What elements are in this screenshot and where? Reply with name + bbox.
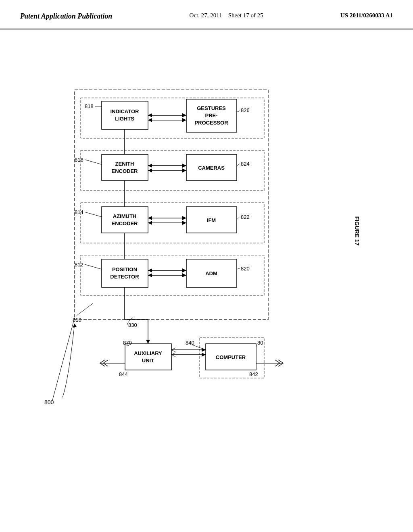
publication-title: Patent Application Publication — [20, 12, 112, 21]
svg-marker-46 — [182, 216, 186, 220]
svg-text:80: 80 — [257, 340, 263, 346]
svg-marker-43 — [148, 168, 152, 172]
svg-text:FIGURE 17: FIGURE 17 — [354, 216, 360, 246]
svg-text:800: 800 — [44, 399, 54, 405]
page-header: Patent Application Publication Oct. 27, … — [0, 0, 413, 29]
svg-text:830: 830 — [128, 322, 137, 328]
svg-marker-63 — [146, 340, 150, 344]
svg-text:PROCESSOR: PROCESSOR — [194, 120, 228, 126]
svg-marker-76 — [73, 324, 77, 328]
svg-rect-22 — [102, 259, 148, 287]
svg-marker-56 — [182, 273, 186, 277]
svg-text:814: 814 — [75, 209, 83, 215]
svg-line-88 — [237, 268, 240, 269]
svg-text:LIGHTS: LIGHTS — [115, 116, 134, 122]
svg-marker-55 — [148, 273, 152, 277]
svg-marker-35 — [148, 113, 152, 117]
svg-text:GESTURES: GESTURES — [197, 105, 226, 111]
svg-text:826: 826 — [241, 107, 250, 113]
svg-text:AUXILIARY: AUXILIARY — [134, 350, 162, 356]
svg-rect-0 — [75, 90, 268, 320]
svg-rect-5 — [102, 101, 148, 129]
svg-line-92 — [237, 164, 240, 166]
patent-number: US 2011/0260033 A1 — [340, 12, 393, 19]
svg-text:ENCODER: ENCODER — [111, 168, 138, 174]
svg-marker-47 — [148, 216, 152, 220]
svg-marker-50 — [182, 221, 186, 225]
svg-text:ZENITH: ZENITH — [115, 161, 134, 167]
svg-text:822: 822 — [241, 214, 250, 220]
svg-text:842: 842 — [249, 371, 258, 377]
svg-marker-37 — [148, 118, 152, 122]
svg-rect-27 — [125, 344, 171, 370]
svg-text:870: 870 — [123, 340, 132, 346]
svg-line-94 — [237, 111, 240, 112]
svg-text:812: 812 — [75, 262, 83, 268]
svg-text:INDICATOR: INDICATOR — [110, 108, 139, 114]
svg-line-84 — [85, 160, 102, 164]
svg-text:IFM: IFM — [207, 217, 216, 223]
svg-marker-44 — [182, 168, 186, 172]
svg-text:AZIMUTH: AZIMUTH — [113, 213, 137, 219]
svg-line-74 — [52, 318, 75, 400]
svg-text:816: 816 — [75, 157, 83, 163]
diagram-area: INDICATOR LIGHTS GESTURES PRE- PROCESSOR… — [0, 29, 413, 521]
svg-rect-17 — [102, 207, 148, 233]
svg-text:ENCODER: ENCODER — [111, 220, 138, 227]
svg-text:DETECTOR: DETECTOR — [110, 274, 139, 280]
svg-rect-12 — [102, 154, 148, 181]
svg-marker-71 — [202, 353, 206, 357]
svg-text:820: 820 — [241, 266, 250, 272]
svg-marker-52 — [182, 268, 186, 272]
svg-text:PRE-: PRE- — [205, 112, 217, 118]
svg-text:ADM: ADM — [205, 270, 217, 276]
svg-line-82 — [85, 212, 102, 217]
svg-marker-53 — [148, 268, 152, 272]
svg-text:CAMERAS: CAMERAS — [198, 165, 225, 171]
sheet-info: Oct. 27, 2011 Sheet 17 of 25 — [190, 12, 263, 19]
svg-text:COMPUTER: COMPUTER — [216, 354, 246, 360]
svg-text:POSITION: POSITION — [112, 266, 137, 272]
svg-text:844: 844 — [119, 371, 128, 377]
svg-line-77 — [77, 303, 93, 316]
svg-text:818: 818 — [85, 103, 94, 109]
svg-marker-40 — [182, 164, 186, 168]
svg-marker-49 — [148, 221, 152, 225]
patent-diagram: INDICATOR LIGHTS GESTURES PRE- PROCESSOR… — [0, 37, 413, 529]
svg-marker-38 — [182, 118, 186, 122]
svg-marker-34 — [182, 113, 186, 117]
svg-line-80 — [85, 264, 102, 269]
svg-text:824: 824 — [241, 161, 250, 167]
svg-line-97 — [192, 345, 206, 350]
svg-text:UNIT: UNIT — [142, 357, 154, 364]
svg-text:810: 810 — [73, 317, 81, 323]
svg-marker-41 — [148, 164, 152, 168]
svg-line-90 — [237, 217, 240, 220]
